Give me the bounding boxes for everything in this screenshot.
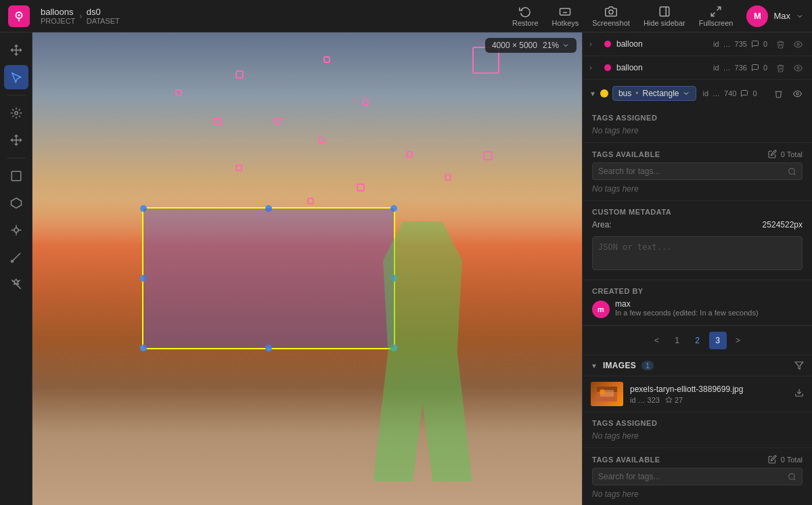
image-download-button[interactable] xyxy=(794,388,804,400)
visibility-annotation-button[interactable] xyxy=(790,37,805,51)
canvas-header: 4000 × 5000 21% xyxy=(485,38,577,53)
prev-page-button[interactable]: < xyxy=(648,332,666,349)
annotation-balloon-small-13 xyxy=(357,183,365,192)
search-icon xyxy=(788,167,796,176)
user-menu[interactable]: M Max xyxy=(746,5,804,27)
annotation-item-balloon-2[interactable]: › balloon id … 736 0 xyxy=(583,56,812,80)
image-tags-count: 0 Total xyxy=(781,456,803,464)
zoom-control[interactable]: 21% xyxy=(543,41,570,50)
expand-icon: › xyxy=(589,39,599,49)
annotation-balloon-small-3 xyxy=(175,89,182,96)
thumb-preview xyxy=(597,387,617,401)
annotation-action-icons xyxy=(770,85,805,102)
created-by-section: CREATED BY m max In a few seconds (edite… xyxy=(583,280,812,326)
project-link[interactable]: balloons PROJECT xyxy=(41,7,75,25)
created-by-title: CREATED BY xyxy=(592,287,803,295)
images-filter-button[interactable] xyxy=(794,361,804,370)
annotation-label: balloon xyxy=(616,63,708,72)
annotation-detail-bus: ▼ bus • Rectangle id … 740 0 xyxy=(583,80,812,326)
image-info: pexels-taryn-elliott-3889699.jpg id … 32… xyxy=(630,385,788,404)
created-by-info: max In a few seconds (edited: In a few s… xyxy=(615,299,759,317)
tags-search-input[interactable] xyxy=(598,167,784,176)
tags-available-header: TAGS AVAILABLE 0 Total xyxy=(592,150,803,158)
page-3-button[interactable]: 3 xyxy=(709,332,727,349)
svg-point-4 xyxy=(609,9,613,14)
topbar: balloons PROJECT › ds0 DATASET Restore H… xyxy=(0,0,812,32)
annotation-balloon-small-10 xyxy=(214,118,222,126)
pagination: < 1 2 3 > xyxy=(583,326,812,355)
svg-marker-30 xyxy=(666,397,672,403)
svg-line-7 xyxy=(717,7,721,10)
delete-annotation-button[interactable] xyxy=(773,60,788,75)
transform-tool[interactable] xyxy=(4,128,28,152)
dropdown-icon xyxy=(682,89,690,97)
magic-tool[interactable] xyxy=(4,272,28,297)
visibility-annotation-button[interactable] xyxy=(790,60,805,75)
annotation-actions xyxy=(773,37,805,51)
right-sidebar: › balloon id … 735 0 › ba xyxy=(582,32,812,505)
annotation-balloon-small-1 xyxy=(235,70,244,79)
annotation-item-balloon-1[interactable]: › balloon id … 735 0 xyxy=(583,32,812,56)
image-thumbnail xyxy=(591,382,623,406)
comment-icon xyxy=(751,40,759,48)
bus-bounding-box: ··· xyxy=(142,207,395,349)
toolbar-separator-1 xyxy=(7,95,26,95)
image-item: pexels-taryn-elliott-3889699.jpg id … 32… xyxy=(583,376,812,412)
image-tags-assigned-title: TAGS ASSIGNED xyxy=(592,419,803,427)
created-by-avatar: m xyxy=(592,301,610,318)
image-tags-search-box[interactable] xyxy=(592,468,803,485)
hide-sidebar-button[interactable]: Hide sidebar xyxy=(644,5,685,27)
delete-selected-button[interactable] xyxy=(770,85,786,102)
edit-icon[interactable] xyxy=(768,455,777,464)
select-tool[interactable] xyxy=(4,65,28,89)
brush-tool[interactable] xyxy=(4,245,28,269)
delete-annotation-button[interactable] xyxy=(773,37,788,51)
image-meta: id … 323 27 xyxy=(630,396,788,404)
dataset-link[interactable]: ds0 DATASET xyxy=(87,7,120,25)
breadcrumb: balloons PROJECT › ds0 DATASET xyxy=(41,7,120,25)
canvas-dimensions: 4000 × 5000 xyxy=(492,41,537,50)
custom-metadata-title: CUSTOM METADATA xyxy=(592,208,803,216)
metadata-area-row: Area: 2524522px xyxy=(592,220,803,229)
username: Max xyxy=(773,11,790,21)
custom-metadata-section: CUSTOM METADATA Area: 2524522px xyxy=(583,201,812,280)
images-expand-icon[interactable]: ▼ xyxy=(591,362,597,370)
restore-button[interactable]: Restore xyxy=(512,5,539,27)
page-1-button[interactable]: 1 xyxy=(669,332,686,349)
annotation-actions xyxy=(773,60,805,75)
canvas-area[interactable]: 4000 × 5000 21% xyxy=(32,32,582,505)
screenshot-button[interactable]: Screenshot xyxy=(592,5,630,27)
next-page-button[interactable]: > xyxy=(729,332,747,349)
tags-assigned-title: TAGS ASSIGNED xyxy=(592,114,803,122)
area-value: 2524522px xyxy=(763,220,803,229)
edit-icon[interactable] xyxy=(768,150,777,158)
svg-rect-12 xyxy=(12,171,21,181)
canvas-scene: ··· xyxy=(32,32,582,505)
annotation-balloon-small-11 xyxy=(235,164,242,171)
page-2-button[interactable]: 2 xyxy=(689,332,706,349)
annotation-tool[interactable] xyxy=(4,101,28,125)
collapse-icon[interactable]: ▼ xyxy=(589,90,596,97)
fullscreen-button[interactable]: Fullscreen xyxy=(699,5,734,27)
annotation-meta: id … 736 0 xyxy=(713,64,767,72)
left-toolbar xyxy=(0,32,32,505)
tags-count: 0 Total xyxy=(781,150,803,158)
annotation-count-icon xyxy=(665,396,673,403)
svg-point-14 xyxy=(14,228,18,232)
annotation-balloon-small-7 xyxy=(406,151,413,158)
tags-assigned-empty: No tags here xyxy=(592,126,803,135)
tags-assigned-section: TAGS ASSIGNED No tags here xyxy=(583,107,812,143)
annotation-balloon-small-9 xyxy=(483,151,493,160)
visibility-selected-button[interactable] xyxy=(789,85,805,102)
images-count-badge: 1 xyxy=(641,361,654,370)
metadata-textarea[interactable] xyxy=(592,236,803,270)
move-tool[interactable] xyxy=(4,38,28,62)
annotation-label-select[interactable]: bus • Rectangle xyxy=(612,86,696,101)
image-tags-search-input[interactable] xyxy=(598,472,784,481)
rectangle-tool[interactable] xyxy=(4,164,28,188)
polygon-tool[interactable] xyxy=(4,191,28,215)
images-section-header: ▼ IMAGES 1 xyxy=(583,355,812,376)
hotkeys-button[interactable]: Hotkeys xyxy=(552,5,579,27)
tags-search-box[interactable] xyxy=(592,162,803,180)
point-tool[interactable] xyxy=(4,218,28,242)
